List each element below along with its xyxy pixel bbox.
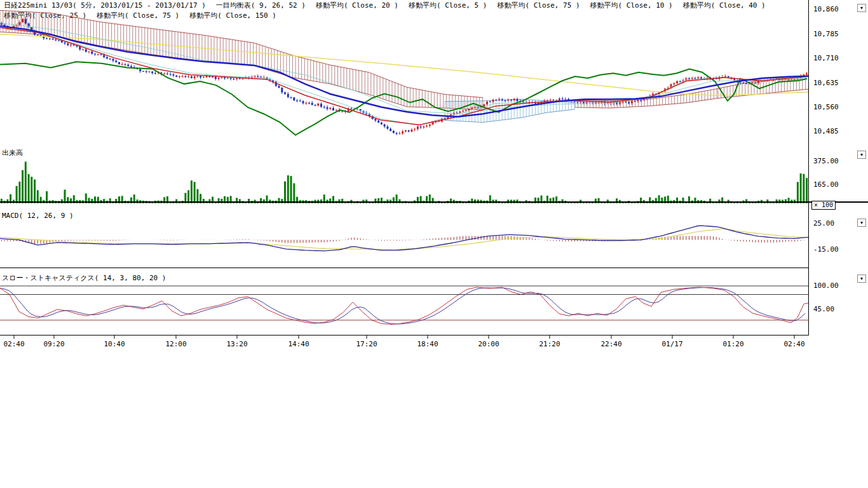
- chart-plot-svg: [0, 0, 868, 488]
- panel-scroll-down-button[interactable]: ▼: [857, 219, 866, 227]
- panel-scroll-down-button[interactable]: ▼: [857, 274, 866, 283]
- volume-multiplier-badge: × 100: [811, 201, 836, 210]
- chart-application-window: 日経225mini 13/03( 5分, 2013/01/15 - 2013/0…: [0, 0, 868, 488]
- volume-panel-label: 出来高: [2, 148, 23, 158]
- panel-scroll-down-button[interactable]: ▼: [857, 151, 866, 159]
- panel-scroll-down-button[interactable]: ▼: [857, 4, 866, 12]
- macd-panel-label: MACD( 12, 26, 9 ): [2, 212, 74, 220]
- chart-area[interactable]: [0, 0, 868, 488]
- stochastics-panel-label: スロー・ストキャスティクス( 14, 3, 80, 20 ): [2, 273, 166, 283]
